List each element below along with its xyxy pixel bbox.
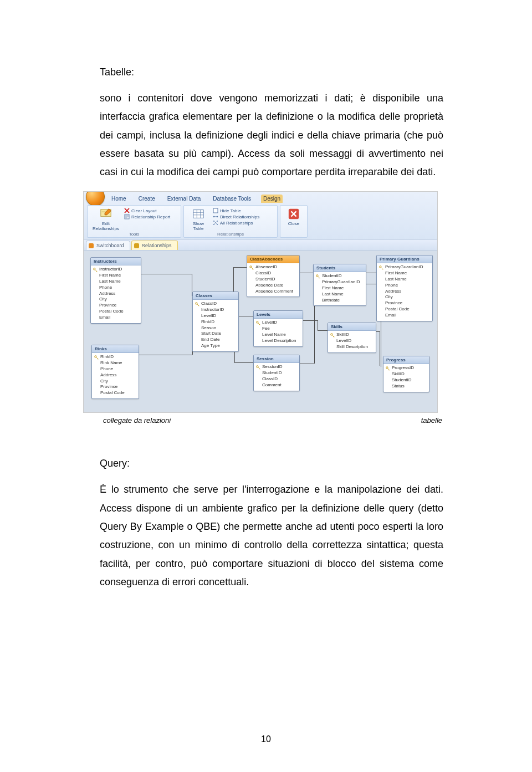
ribbon-group-tools-label: Tools bbox=[88, 231, 181, 238]
table-students[interactable]: Students StudentIDPrimaryGuardianIDFirst… bbox=[313, 264, 366, 306]
table-rinks-title: Rinks bbox=[92, 345, 139, 353]
all-relationships-icon bbox=[213, 220, 218, 226]
svg-point-17 bbox=[316, 275, 318, 277]
svg-rect-2 bbox=[193, 210, 203, 218]
table-students-fields: StudentIDPrimaryGuardianIDFirst NameLast… bbox=[314, 272, 366, 305]
table-levels[interactable]: Levels LevelIDFeeLevel NameLevel Descrip… bbox=[253, 310, 303, 346]
svg-point-16 bbox=[257, 366, 258, 367]
relationship-report-label: Relationship Report bbox=[131, 214, 170, 219]
ribbon-tab-design[interactable]: Design bbox=[261, 195, 283, 203]
table-classabsences-fields: AbsenceIDClassIDStudentIDAbsence DateAbs… bbox=[247, 263, 299, 296]
table-levels-fields: LevelIDFeeLevel NameLevel Description bbox=[254, 319, 303, 346]
table-session[interactable]: Session SessionIDStudentIDClassIDComment bbox=[253, 355, 300, 391]
show-table-icon bbox=[192, 208, 204, 220]
clear-layout-button[interactable]: Clear Layout bbox=[124, 208, 170, 213]
caption-tabelle: tabelle bbox=[421, 416, 443, 425]
relationships-canvas[interactable]: Instructors InstructorIDFirst NameLast N… bbox=[84, 250, 437, 412]
all-relationships-button[interactable]: All Relationships bbox=[213, 220, 259, 226]
table-primary-guardians-fields: PrimaryGuardianIDFirst NameLast NamePhon… bbox=[377, 263, 432, 320]
svg-point-4 bbox=[213, 216, 215, 218]
svg-point-11 bbox=[94, 268, 95, 270]
table-students-title: Students bbox=[314, 264, 366, 272]
ribbon-tab-external-data[interactable]: External Data bbox=[165, 195, 203, 203]
svg-point-14 bbox=[250, 266, 252, 268]
table-classabsences-title: ClassAbsences bbox=[247, 255, 299, 263]
table-progress-fields: ProgressIDSkillIDStudentIDStatus bbox=[383, 364, 429, 391]
hide-table-label: Hide Table bbox=[220, 208, 241, 213]
table-rinks[interactable]: Rinks RinkIDRink NamePhoneAddressCityPro… bbox=[91, 345, 139, 399]
ribbon-tab-create[interactable]: Create bbox=[136, 195, 157, 203]
svg-point-13 bbox=[196, 303, 197, 304]
hide-table-button[interactable]: Hide Table bbox=[213, 208, 259, 213]
show-table-button[interactable]: Show Table bbox=[187, 208, 209, 231]
hide-table-icon bbox=[213, 208, 218, 213]
svg-point-19 bbox=[380, 266, 381, 268]
table-classes-title: Classes bbox=[193, 292, 238, 300]
table-classabsences[interactable]: ClassAbsences AbsenceIDClassIDStudentIDA… bbox=[247, 255, 300, 297]
table-primary-guardians[interactable]: Primary Guardians PrimaryGuardianIDFirst… bbox=[376, 255, 433, 321]
table-skills-fields: SkillIDLevelIDSkill Description bbox=[328, 331, 376, 352]
ribbon-groups: Edit Relationships Clear Layout Relation… bbox=[87, 205, 434, 238]
table-classes[interactable]: Classes ClassIDInstructorIDLevelIDRinkID… bbox=[192, 292, 239, 351]
edit-relationships-label: Edit Relationships bbox=[91, 221, 121, 231]
figure-caption: collegate da relazioni tabelle bbox=[100, 416, 443, 425]
table-skills-title: Skills bbox=[328, 323, 376, 331]
relationship-report-icon bbox=[124, 214, 130, 219]
ribbon-group-relationships-label: Relationships bbox=[184, 231, 277, 238]
edit-relationships-icon bbox=[100, 208, 112, 220]
table-primary-guardians-title: Primary Guardians bbox=[377, 255, 432, 263]
table-progress-title: Progress bbox=[383, 356, 429, 364]
section-tabelle-title: Tabelle: bbox=[100, 67, 443, 78]
ribbon-tab-database-tools[interactable]: Database Tools bbox=[211, 195, 253, 203]
all-relationships-label: All Relationships bbox=[220, 221, 253, 226]
direct-relationships-icon bbox=[213, 214, 218, 219]
clear-layout-icon bbox=[124, 208, 130, 213]
table-levels-title: Levels bbox=[254, 311, 303, 319]
page-number: 10 bbox=[0, 734, 532, 744]
section-query-title: Query: bbox=[100, 458, 443, 469]
document-tabs: Switchboard Relationships bbox=[84, 239, 437, 250]
svg-point-5 bbox=[217, 216, 218, 218]
show-table-label: Show Table bbox=[187, 221, 209, 231]
svg-point-12 bbox=[95, 356, 96, 357]
table-skills[interactable]: Skills SkillIDLevelIDSkill Description bbox=[328, 323, 376, 352]
ribbon: Home Create External Data Database Tools… bbox=[84, 192, 437, 239]
ribbon-group-close: Close bbox=[280, 205, 308, 238]
table-instructors[interactable]: Instructors InstructorIDFirst NameLast N… bbox=[90, 257, 141, 323]
svg-point-15 bbox=[257, 321, 258, 323]
close-icon bbox=[288, 208, 300, 220]
svg-rect-3 bbox=[213, 208, 218, 213]
direct-relationships-label: Direct Relationships bbox=[220, 214, 259, 219]
table-instructors-title: Instructors bbox=[91, 258, 141, 265]
ribbon-tab-home[interactable]: Home bbox=[109, 195, 129, 203]
ribbon-group-tools: Edit Relationships Clear Layout Relation… bbox=[87, 205, 181, 238]
ribbon-tabs: Home Create External Data Database Tools… bbox=[109, 193, 437, 204]
ribbon-group-relationships: Show Table Hide Table Direct Relationshi… bbox=[183, 205, 278, 238]
ribbon-group-close-label bbox=[280, 231, 307, 237]
clear-layout-label: Clear Layout bbox=[131, 208, 156, 213]
edit-relationships-button[interactable]: Edit Relationships bbox=[91, 208, 121, 231]
doctab-relationships[interactable]: Relationships bbox=[131, 241, 178, 250]
table-session-fields: SessionIDStudentIDClassIDComment bbox=[254, 363, 299, 390]
relationship-report-button[interactable]: Relationship Report bbox=[124, 214, 170, 219]
paragraph-tabelle: sono i contenitori dove vengono memorizz… bbox=[100, 89, 443, 181]
paragraph-query: È lo strumento che serve per l'interroga… bbox=[100, 480, 443, 591]
table-progress[interactable]: Progress ProgressIDSkillIDStudentIDStatu… bbox=[383, 356, 429, 392]
table-session-title: Session bbox=[254, 355, 299, 363]
table-rinks-fields: RinkIDRink NamePhoneAddressCityProvinceP… bbox=[92, 353, 139, 398]
doctab-switchboard[interactable]: Switchboard bbox=[86, 241, 130, 250]
close-button[interactable]: Close bbox=[288, 208, 300, 226]
table-instructors-fields: InstructorIDFirst NameLast NamePhoneAddr… bbox=[91, 265, 141, 323]
svg-point-20 bbox=[386, 367, 388, 369]
close-label: Close bbox=[288, 221, 299, 226]
svg-point-18 bbox=[331, 334, 332, 335]
office-button[interactable] bbox=[86, 191, 105, 206]
table-classes-fields: ClassIDInstructorIDLevelIDRinkIDSeasonSt… bbox=[193, 300, 238, 351]
direct-relationships-button[interactable]: Direct Relationships bbox=[213, 214, 259, 219]
caption-collegate: collegate da relazioni bbox=[100, 416, 171, 425]
figure-access-relationships: Home Create External Data Database Tools… bbox=[83, 191, 438, 413]
